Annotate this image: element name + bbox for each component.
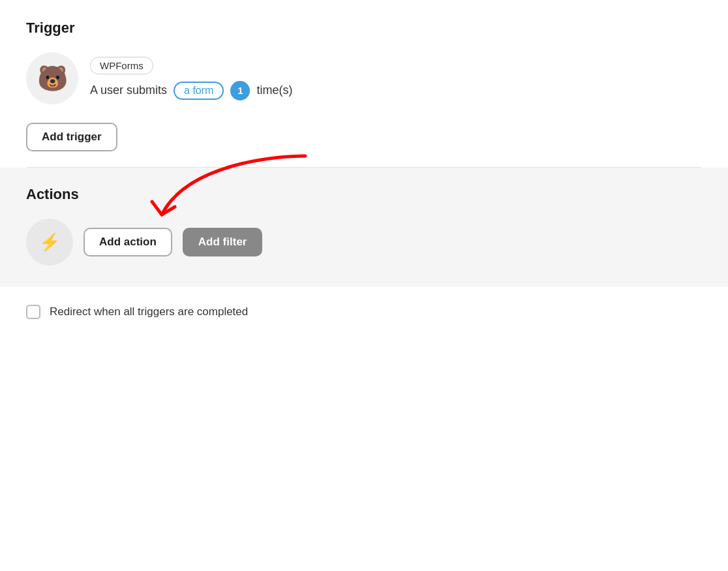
actions-section-title: Actions bbox=[26, 186, 702, 203]
trigger-row: 🐻 WPForms A user submits a form 1 time(s… bbox=[26, 52, 702, 104]
arrow-annotation: Add action bbox=[83, 228, 172, 256]
redirect-checkbox[interactable] bbox=[26, 305, 40, 319]
trigger-section: Trigger 🐻 WPForms A user submits a form … bbox=[26, 20, 702, 168]
description-prefix: A user submits bbox=[90, 84, 167, 97]
count-suffix: time(s) bbox=[256, 84, 292, 97]
add-action-button[interactable]: Add action bbox=[83, 228, 172, 256]
trigger-description: A user submits a form 1 time(s) bbox=[90, 81, 292, 100]
add-filter-button[interactable]: Add filter bbox=[183, 228, 263, 256]
form-badge[interactable]: a form bbox=[174, 82, 224, 100]
actions-section: Actions ⚡ Add action Add filter bbox=[0, 168, 728, 286]
count-badge[interactable]: 1 bbox=[230, 81, 250, 100]
trigger-info: WPForms A user submits a form 1 time(s) bbox=[90, 57, 292, 100]
trigger-section-title: Trigger bbox=[26, 20, 702, 37]
bear-emoji: 🐻 bbox=[37, 64, 68, 93]
wpforms-avatar: 🐻 bbox=[26, 52, 78, 104]
lightning-icon: ⚡ bbox=[39, 232, 60, 253]
redirect-label: Redirect when all triggers are completed bbox=[50, 305, 248, 318]
wpforms-badge: WPForms bbox=[90, 57, 153, 74]
actions-row: ⚡ Add action Add filter bbox=[26, 219, 702, 266]
add-trigger-button[interactable]: Add trigger bbox=[26, 123, 117, 151]
action-icon-circle: ⚡ bbox=[26, 219, 73, 266]
redirect-section: Redirect when all triggers are completed bbox=[26, 286, 702, 319]
redirect-row: Redirect when all triggers are completed bbox=[26, 305, 702, 319]
